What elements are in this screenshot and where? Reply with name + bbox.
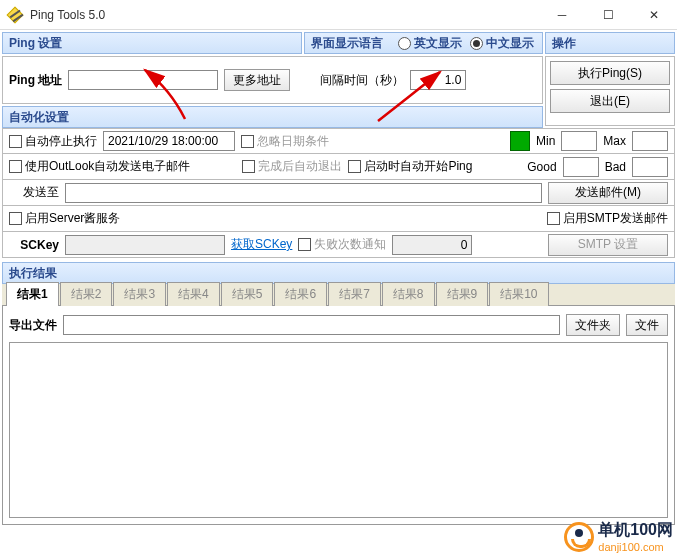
sckey-input[interactable] <box>65 235 225 255</box>
minimize-button[interactable]: ─ <box>539 0 585 30</box>
bad-input[interactable] <box>632 157 668 177</box>
smtp-enable-checkbox[interactable]: 启用SMTP发送邮件 <box>547 210 668 227</box>
serverchan-checkbox[interactable]: 启用Server酱服务 <box>9 210 120 227</box>
sendto-label: 发送至 <box>9 184 59 201</box>
ping-address-input[interactable] <box>68 70 218 90</box>
close-button[interactable]: ✕ <box>631 0 677 30</box>
results-header: 执行结果 <box>2 262 675 284</box>
results-tab-3[interactable]: 结果3 <box>113 282 166 306</box>
logo-icon <box>564 522 594 552</box>
radio-chinese[interactable]: 中文显示 <box>470 35 534 52</box>
good-input[interactable] <box>563 157 599 177</box>
results-tab-1[interactable]: 结果1 <box>6 282 59 306</box>
more-addresses-button[interactable]: 更多地址 <box>224 69 290 91</box>
results-tabs: 结果1结果2结果3结果4结果5结果6结果7结果8结果9结果10 <box>2 284 675 306</box>
language-header: 界面显示语言 英文显示 中文显示 <box>304 32 543 54</box>
outlook-checkbox[interactable]: 使用OutLook自动发送电子邮件 <box>9 158 190 175</box>
min-input[interactable] <box>561 131 597 151</box>
min-label: Min <box>536 134 555 148</box>
results-tab-2[interactable]: 结果2 <box>60 282 113 306</box>
status-color-box <box>510 131 530 151</box>
results-tab-10[interactable]: 结果10 <box>489 282 548 306</box>
operations-panel: 执行Ping(S) 退出(E) <box>545 56 675 126</box>
fail-notify-checkbox[interactable]: 失败次数通知 <box>298 236 386 253</box>
watermark-logo: 单机100网 danji100.com <box>564 520 673 553</box>
ping-settings-header: Ping 设置 <box>2 32 302 54</box>
ignore-date-checkbox[interactable]: 忽略日期条件 <box>241 133 329 150</box>
results-tab-7[interactable]: 结果7 <box>328 282 381 306</box>
results-tab-8[interactable]: 结果8 <box>382 282 435 306</box>
send-mail-button[interactable]: 发送邮件(M) <box>548 182 668 204</box>
file-button[interactable]: 文件 <box>626 314 668 336</box>
automation-panel: 自动停止执行 忽略日期条件 Min Max 使用OutLook自动发送电子邮件 … <box>2 128 675 258</box>
folder-button[interactable]: 文件夹 <box>566 314 620 336</box>
max-input[interactable] <box>632 131 668 151</box>
logo-brand: 单机100网 <box>598 520 673 541</box>
good-label: Good <box>527 160 556 174</box>
ping-address-panel: Ping 地址 更多地址 间隔时间（秒） <box>2 56 543 104</box>
export-path-input[interactable] <box>63 315 560 335</box>
autostart-checkbox[interactable]: 启动时自动开始Ping <box>348 158 472 175</box>
results-tab-9[interactable]: 结果9 <box>436 282 489 306</box>
ping-address-label: Ping 地址 <box>9 72 62 89</box>
export-label: 导出文件 <box>9 317 57 334</box>
run-ping-button[interactable]: 执行Ping(S) <box>550 61 670 85</box>
operations-header: 操作 <box>545 32 675 54</box>
logo-url: danji100.com <box>598 541 673 553</box>
stop-datetime-input[interactable] <box>103 131 235 151</box>
exit-after-checkbox[interactable]: 完成后自动退出 <box>242 158 342 175</box>
app-icon <box>8 7 24 23</box>
results-tab-4[interactable]: 结果4 <box>167 282 220 306</box>
results-tab-6[interactable]: 结果6 <box>274 282 327 306</box>
client-area: Ping 设置 界面显示语言 英文显示 中文显示 操作 Ping 地址 更多地址… <box>0 30 677 557</box>
window-title: Ping Tools 5.0 <box>30 8 539 22</box>
maximize-button[interactable]: ☐ <box>585 0 631 30</box>
auto-stop-checkbox[interactable]: 自动停止执行 <box>9 133 97 150</box>
title-bar: Ping Tools 5.0 ─ ☐ ✕ <box>0 0 677 30</box>
fail-count-input[interactable] <box>392 235 472 255</box>
automation-header: 自动化设置 <box>2 106 543 128</box>
interval-input[interactable] <box>410 70 466 90</box>
max-label: Max <box>603 134 626 148</box>
results-textarea[interactable] <box>9 342 668 518</box>
radio-english[interactable]: 英文显示 <box>398 35 462 52</box>
exit-button[interactable]: 退出(E) <box>550 89 670 113</box>
sckey-label: SCKey <box>9 238 59 252</box>
results-section: 执行结果 结果1结果2结果3结果4结果5结果6结果7结果8结果9结果10 导出文… <box>2 262 675 525</box>
results-tab-5[interactable]: 结果5 <box>221 282 274 306</box>
smtp-settings-button[interactable]: SMTP 设置 <box>548 234 668 256</box>
get-sckey-link[interactable]: 获取SCKey <box>231 236 292 253</box>
language-label: 界面显示语言 <box>311 35 383 52</box>
interval-label: 间隔时间（秒） <box>320 72 404 89</box>
bad-label: Bad <box>605 160 626 174</box>
sendto-input[interactable] <box>65 183 542 203</box>
